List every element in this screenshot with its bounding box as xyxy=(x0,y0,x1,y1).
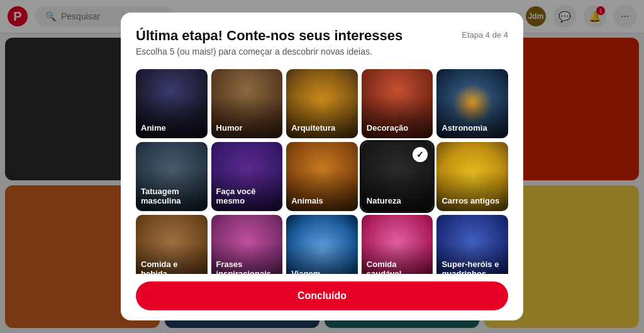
interest-card-astronomia[interactable]: Astronomia xyxy=(436,69,508,138)
modal-footer: Concluído xyxy=(121,274,523,320)
modal-header: Última etapa! Conte-nos seus interesses … xyxy=(121,13,523,64)
interest-label-natureza: Natureza xyxy=(367,196,428,206)
interest-label-super: Super-heróis e quadrinhos xyxy=(441,259,503,274)
interest-card-tatuagem[interactable]: Tatuagem masculina xyxy=(136,142,208,211)
done-button[interactable]: Concluído xyxy=(136,281,508,310)
interest-card-animais[interactable]: Animais xyxy=(286,142,358,211)
interest-label-tatuagem: Tatuagem masculina xyxy=(141,187,203,206)
interest-card-facavoce[interactable]: Faça você mesmo xyxy=(211,142,283,211)
interest-label-viagem: Viagem xyxy=(291,269,353,274)
interest-card-natureza[interactable]: Natureza✓ xyxy=(362,142,433,211)
interest-label-comidabebida: Comida e bebida xyxy=(141,259,203,274)
interests-modal: Última etapa! Conte-nos seus interesses … xyxy=(121,13,523,320)
modal-header-text: Última etapa! Conte-nos seus interesses … xyxy=(136,28,402,57)
modal-subtitle: Escolha 5 (ou mais!) para começar a desc… xyxy=(136,46,402,57)
interest-label-astronomia: Astronomia xyxy=(441,123,503,133)
interest-label-frases: Frases inspiracionais xyxy=(216,259,278,274)
interest-card-comidabebida[interactable]: Comida e bebida xyxy=(136,215,208,274)
interest-card-anime[interactable]: Anime xyxy=(136,69,208,138)
interest-label-facavoce: Faça você mesmo xyxy=(216,187,278,206)
interest-card-humor[interactable]: Humor xyxy=(211,69,283,138)
modal-title: Última etapa! Conte-nos seus interesses xyxy=(136,28,402,44)
interests-grid-container[interactable]: AnimeHumorArquiteturaDecoraçãoAstronomia… xyxy=(121,64,523,274)
interest-card-arquitetura[interactable]: Arquitetura xyxy=(286,69,358,138)
interests-grid: AnimeHumorArquiteturaDecoraçãoAstronomia… xyxy=(136,69,508,274)
interest-label-comidasaudavel: Comida saudável xyxy=(367,259,428,274)
interest-card-carros[interactable]: Carros antigos xyxy=(436,142,508,211)
interest-card-frases[interactable]: Frases inspiracionais xyxy=(211,215,283,274)
interest-label-animais: Animais xyxy=(291,196,353,206)
interest-card-super[interactable]: Super-heróis e quadrinhos xyxy=(436,215,508,274)
modal-overlay: Última etapa! Conte-nos seus interesses … xyxy=(0,0,644,333)
step-indicator: Etapa 4 de 4 xyxy=(462,30,508,40)
interest-label-humor: Humor xyxy=(216,123,278,133)
interest-card-comidasaudavel[interactable]: Comida saudável xyxy=(362,215,433,274)
interest-label-arquitetura: Arquitetura xyxy=(291,123,353,133)
interest-card-viagem[interactable]: Viagem xyxy=(286,215,358,274)
interest-label-decoracao: Decoração xyxy=(367,123,428,133)
interest-label-anime: Anime xyxy=(141,123,203,133)
interest-label-carros: Carros antigos xyxy=(441,196,503,206)
card-overlay xyxy=(286,215,358,274)
interest-card-decoracao[interactable]: Decoração xyxy=(362,69,433,138)
